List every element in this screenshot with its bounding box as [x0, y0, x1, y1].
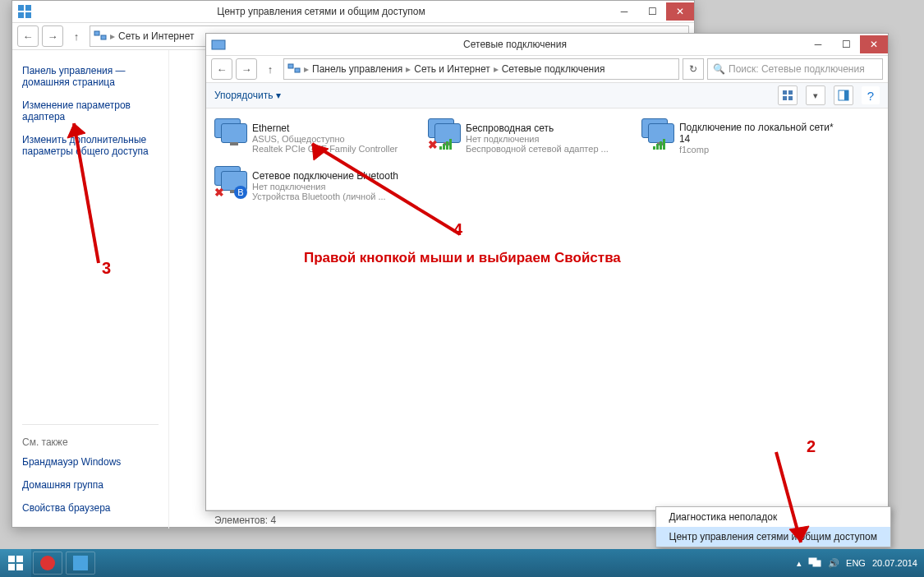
svg-rect-30: [16, 564, 23, 570]
svg-rect-3: [25, 12, 31, 18]
minimize-button[interactable]: ─: [804, 35, 832, 53]
up-button[interactable]: ↑: [67, 26, 86, 46]
system-tray: ▴ 🔊 ENG 20.07.2014: [790, 556, 924, 570]
svg-rect-6: [212, 40, 225, 49]
back-button[interactable]: ←: [17, 25, 39, 47]
maximize-button[interactable]: ☐: [638, 2, 666, 21]
svg-rect-8: [295, 68, 300, 72]
taskbar-opera[interactable]: [33, 552, 62, 575]
sidebar: Панель управления — домашняя страница Из…: [12, 50, 169, 529]
window-title-a: Центр управления сетями и общим доступом: [32, 6, 610, 17]
organize-menu[interactable]: Упорядочить ▾: [214, 90, 281, 101]
connection-wifi[interactable]: ✖ Беспроводная сетьНет подключенияБеспро…: [426, 117, 635, 159]
link-home[interactable]: Панель управления — домашняя страница: [22, 62, 159, 91]
titlebar-a: Центр управления сетями и общим доступом…: [12, 1, 694, 23]
menu-diagnose[interactable]: Диагностика неполадок: [656, 507, 891, 527]
link-advanced-sharing[interactable]: Изменить дополнительные параметры общего…: [22, 131, 159, 160]
back-button[interactable]: ←: [211, 58, 232, 80]
view-dropdown-button[interactable]: ▾: [806, 85, 825, 105]
link-browser-props[interactable]: Свойства браузера: [22, 499, 159, 517]
connection-ethernet[interactable]: EthernetASUS, ОбщедоступноRealtek PCIe G…: [213, 117, 421, 159]
maximize-button[interactable]: ☐: [832, 35, 860, 53]
tray-lang[interactable]: ENG: [846, 558, 866, 568]
svg-rect-4: [94, 31, 99, 35]
svg-rect-0: [18, 5, 24, 11]
start-button[interactable]: [0, 549, 31, 577]
preview-pane-button[interactable]: [834, 85, 853, 105]
titlebar-b: Сетевые подключения ─ ☐ ✕: [206, 34, 888, 56]
svg-rect-1: [25, 5, 31, 11]
svg-rect-32: [813, 561, 821, 566]
svg-rect-11: [783, 96, 787, 100]
svg-rect-10: [788, 90, 793, 95]
view-tiles-button[interactable]: [778, 85, 798, 105]
network-icon: [287, 62, 301, 76]
forward-button[interactable]: →: [42, 25, 63, 47]
minimize-button[interactable]: ─: [610, 2, 638, 21]
close-button[interactable]: ✕: [666, 2, 694, 21]
forward-button[interactable]: →: [236, 58, 257, 80]
taskbar-app[interactable]: [66, 552, 95, 575]
see-also-label: См. также: [22, 424, 159, 448]
help-button[interactable]: ?: [862, 86, 880, 104]
close-button[interactable]: ✕: [860, 35, 888, 53]
network-icon: [94, 30, 107, 43]
svg-rect-29: [8, 564, 15, 570]
address-bar-b: ← → ↑ ▸Панель управления ▸Сеть и Интерне…: [206, 56, 888, 83]
tray-up-icon[interactable]: ▴: [797, 558, 802, 569]
svg-rect-12: [788, 96, 793, 100]
refresh-button[interactable]: ↻: [683, 58, 704, 80]
link-adapter-settings[interactable]: Изменение параметров адаптера: [22, 96, 159, 126]
item-count: Элементов: 4: [214, 515, 276, 526]
svg-rect-2: [18, 12, 24, 18]
command-bar: Упорядочить ▾ ▾ ?: [206, 83, 888, 108]
search-placeholder: Поиск: Сетевые подключения: [729, 63, 865, 75]
window-title-b: Сетевые подключения: [226, 39, 804, 50]
tray-context-menu: Диагностика неполадок Центр управления с…: [655, 506, 892, 547]
tray-volume-icon[interactable]: 🔊: [828, 558, 839, 569]
link-firewall[interactable]: Брандмауэр Windows: [22, 453, 159, 471]
link-homegroup[interactable]: Домашняя группа: [22, 476, 159, 494]
up-button[interactable]: ↑: [260, 59, 280, 79]
taskbar: ▴ 🔊 ENG 20.07.2014: [0, 549, 924, 577]
svg-rect-28: [16, 556, 23, 562]
svg-rect-5: [101, 35, 106, 39]
connection-lan14[interactable]: Подключение по локальной сети* 14f1comp: [640, 117, 848, 159]
crumb-text[interactable]: Сеть и Интернет: [118, 30, 194, 42]
svg-rect-14: [844, 90, 848, 100]
svg-rect-9: [783, 90, 787, 95]
app-icon: [17, 4, 32, 19]
tray-network-icon[interactable]: [808, 556, 821, 570]
svg-rect-7: [288, 64, 293, 68]
tray-date[interactable]: 20.07.2014: [872, 558, 917, 568]
connection-bluetooth[interactable]: ✖B Сетевое подключение BluetoothНет подк…: [213, 164, 421, 207]
connections-area: EthernetASUS, ОбщедоступноRealtek PCIe G…: [206, 108, 888, 510]
window-network-connections: Сетевые подключения ─ ☐ ✕ ← → ↑ ▸Панель …: [205, 33, 889, 511]
svg-rect-27: [8, 556, 15, 562]
menu-network-center[interactable]: Центр управления сетями и общим доступом: [656, 527, 891, 547]
search-icon: 🔍: [713, 63, 725, 75]
breadcrumb-b[interactable]: ▸Панель управления ▸Сеть и Интернет ▸Сет…: [283, 58, 679, 80]
folder-icon: [211, 37, 226, 52]
search-input[interactable]: 🔍 Поиск: Сетевые подключения: [707, 58, 883, 80]
